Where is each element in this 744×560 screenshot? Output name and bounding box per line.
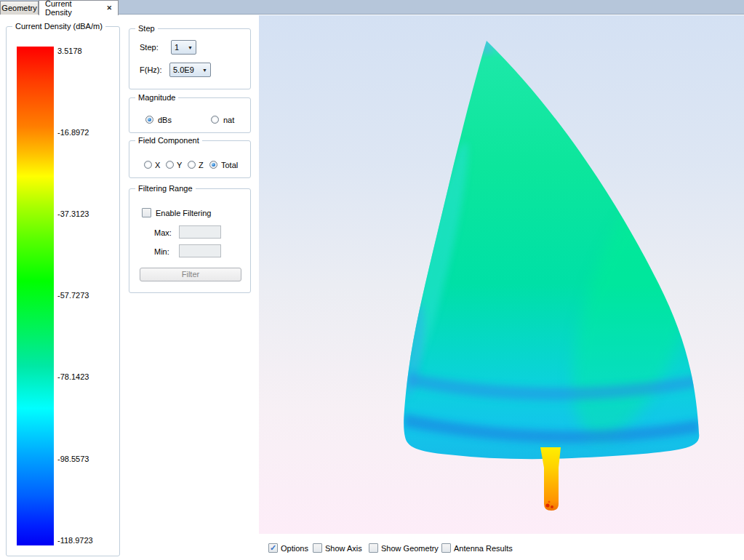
show-geometry-checkbox-label: Show Geometry xyxy=(381,543,439,553)
stem-hotspot xyxy=(545,503,549,507)
close-icon[interactable]: ✕ xyxy=(106,5,112,12)
radio-nat[interactable] xyxy=(211,116,219,124)
show-geometry-checkbox[interactable] xyxy=(369,543,378,553)
filtering-range-group-title: Filtering Range xyxy=(135,184,196,193)
application-window: Geometry Current Density ✕ Current Densi… xyxy=(0,0,744,560)
radio-dbs[interactable] xyxy=(145,116,153,124)
radio-y-label: Y xyxy=(177,160,182,170)
colorbar-group: Current Density (dBA/m) 3.5178 -16.8972 … xyxy=(6,26,120,556)
stem-hotspot xyxy=(548,501,551,503)
radio-x-label: X xyxy=(155,160,160,170)
radio-z[interactable] xyxy=(188,161,196,169)
show-axis-checkbox[interactable] xyxy=(313,543,322,553)
antenna-3d-render xyxy=(259,15,744,534)
step-label: Step: xyxy=(140,42,159,52)
colorbar-tick-label: -37.3123 xyxy=(57,209,119,219)
stem-hotspot xyxy=(551,505,553,508)
step-select-value: 1 xyxy=(175,43,185,52)
step-group-title: Step xyxy=(135,24,158,33)
magnitude-group-title: Magnitude xyxy=(135,93,178,102)
antenna-results-checkbox-label: Antenna Results xyxy=(454,543,513,553)
filter-button[interactable]: Filter xyxy=(140,268,241,281)
min-label: Min: xyxy=(154,247,169,257)
filtering-range-group: Filtering Range Enable Filtering Max: Mi… xyxy=(129,188,251,293)
colorbar-tick-label: -118.9723 xyxy=(57,535,119,545)
tab-current-density-label: Current Density xyxy=(45,0,96,17)
max-label: Max: xyxy=(154,228,172,238)
min-input[interactable] xyxy=(179,244,221,257)
show-axis-checkbox-label: Show Axis xyxy=(325,543,362,553)
radio-dbs-label: dBs xyxy=(158,115,172,125)
chevron-down-icon: ▼ xyxy=(202,68,207,73)
3d-viewport[interactable] xyxy=(259,15,744,534)
colorbar-tick-label: -16.8972 xyxy=(57,127,119,137)
field-component-group-title: Field Component xyxy=(135,136,202,145)
step-group: Step Step: 1 ▼ F(Hz): 5.0E9 ▼ xyxy=(129,28,251,89)
radio-total-label: Total xyxy=(221,160,238,170)
radio-x[interactable] xyxy=(144,161,152,169)
colorbar-tick-label: -98.5573 xyxy=(57,454,119,464)
step-select[interactable]: 1 ▼ xyxy=(171,40,196,55)
radio-total[interactable] xyxy=(209,161,217,169)
radio-y[interactable] xyxy=(166,161,174,169)
options-checkbox-label: Options xyxy=(281,543,308,553)
tab-geometry[interactable]: Geometry xyxy=(0,1,39,15)
magnitude-group: Magnitude dBs nat xyxy=(129,97,251,133)
colorbar-tick-label: 3.5178 xyxy=(57,46,119,56)
colorbar-tick-label: -78.1423 xyxy=(57,372,119,382)
enable-filtering-label: Enable Filtering xyxy=(156,208,211,218)
frequency-select[interactable]: 5.0E9 ▼ xyxy=(169,63,211,77)
field-component-group: Field Component X Y Z Total xyxy=(129,140,251,178)
frequency-label: F(Hz): xyxy=(140,65,162,75)
colorbar-gradient xyxy=(17,47,54,545)
enable-filtering-checkbox[interactable] xyxy=(142,208,151,217)
antenna-feed-stem xyxy=(540,447,561,511)
frequency-select-value: 5.0E9 xyxy=(173,65,199,74)
options-checkbox[interactable]: ✓ xyxy=(268,543,278,553)
tab-current-density[interactable]: Current Density ✕ xyxy=(39,0,119,15)
tab-bar: Geometry Current Density ✕ xyxy=(0,0,744,15)
radio-z-label: Z xyxy=(199,160,204,170)
colorbar-group-title: Current Density (dBA/m) xyxy=(12,22,105,31)
tab-geometry-label: Geometry xyxy=(1,4,36,12)
max-input[interactable] xyxy=(179,225,221,239)
radio-nat-label: nat xyxy=(223,115,234,125)
antenna-results-checkbox[interactable] xyxy=(441,543,451,553)
colorbar-tick-label: -57.7273 xyxy=(57,290,119,300)
chevron-down-icon: ▼ xyxy=(188,45,193,50)
